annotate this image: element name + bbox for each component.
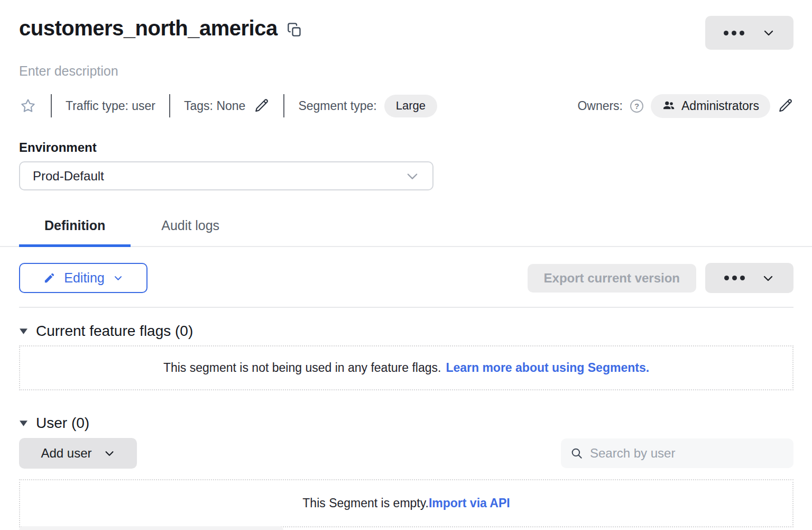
favorite-star-button[interactable] [19,98,37,114]
tags-group: Tags: None [184,98,270,114]
people-icon [662,99,676,113]
title-group: customers_north_america [19,14,302,42]
feature-flags-empty-state: This segment is not being used in any fe… [19,345,793,390]
add-user-button[interactable]: Add user [19,438,137,469]
feature-flags-empty-text: This segment is not being used in any fe… [163,361,441,375]
edit-tags-button[interactable] [254,98,270,114]
pencil-icon [43,272,56,284]
description-placeholder[interactable]: Enter description [19,63,793,79]
segment-type-label: Segment type: [298,99,376,113]
segment-empty-text: This Segment is empty. [302,496,429,510]
chevron-down-icon [762,26,775,39]
learn-more-segments-link[interactable]: Learn more about using Segments. [446,361,649,375]
chevron-down-icon [104,447,115,459]
chevron-down-icon [762,272,774,285]
owners-value: Administrators [681,99,759,113]
title-row: customers_north_america [19,0,793,50]
user-search-box [561,438,793,468]
tab-definition[interactable]: Definition [19,212,131,246]
user-controls-row: Add user [19,438,793,469]
segment-type-badge: Large [384,95,437,117]
feature-flags-section-title: Current feature flags (0) [36,323,193,340]
traffic-type-label: Traffic type: user [66,99,155,113]
pencil-icon [254,98,270,114]
owners-badge[interactable]: Administrators [651,94,770,118]
search-by-user-input[interactable] [590,446,785,461]
search-icon [570,446,584,460]
user-section-header[interactable]: User (0) [19,415,89,432]
owners-label: Owners: [577,99,623,113]
copy-name-button[interactable] [287,21,302,38]
ellipsis-icon [724,276,745,280]
segment-type-group: Segment type: Large [298,95,437,117]
caret-down-icon [19,328,28,335]
caret-down-icon [19,420,28,427]
partially-visible-bottom-element [19,526,283,530]
ellipsis-icon [724,31,744,35]
definition-toolbar: Editing Export current version [19,263,793,293]
import-via-api-link[interactable]: Import via API [429,496,510,510]
owners-help-icon[interactable]: ? [630,99,643,113]
export-current-version-button[interactable]: Export current version [528,264,696,293]
user-section-title: User (0) [36,415,89,432]
environment-label: Environment [19,140,793,155]
tab-audit-logs[interactable]: Audit logs [136,212,245,246]
chevron-down-icon [113,273,123,283]
tags-label: Tags: None [184,99,245,113]
edit-owners-button[interactable] [778,98,793,114]
star-icon [20,98,36,114]
meta-divider [169,94,170,117]
toolbar-right-group: Export current version [528,263,793,293]
copy-icon [287,21,302,38]
environment-selected-value: Prod-Default [33,169,104,184]
pencil-icon [778,98,793,114]
feature-flags-section-header[interactable]: Current feature flags (0) [19,323,193,340]
page-actions-menu-button[interactable] [705,16,793,50]
editing-mode-button[interactable]: Editing [19,263,147,293]
page-title: customers_north_america [19,14,278,42]
toolbar-divider [19,307,793,308]
chevron-down-icon [405,169,420,184]
meta-divider [283,94,284,117]
editing-label: Editing [64,270,104,286]
meta-divider [51,94,52,117]
segment-detail-page: customers_north_america Enter [0,0,812,527]
user-empty-state: This Segment is empty. Import via API [19,479,793,527]
add-user-label: Add user [41,446,91,461]
owners-group: Owners: ? Administrators [577,94,793,118]
environment-select[interactable]: Prod-Default [19,161,433,190]
tab-bar: Definition Audit logs [0,212,812,247]
meta-row: Traffic type: user Tags: None Segment ty… [19,94,793,118]
definition-actions-menu-button[interactable] [705,263,793,293]
